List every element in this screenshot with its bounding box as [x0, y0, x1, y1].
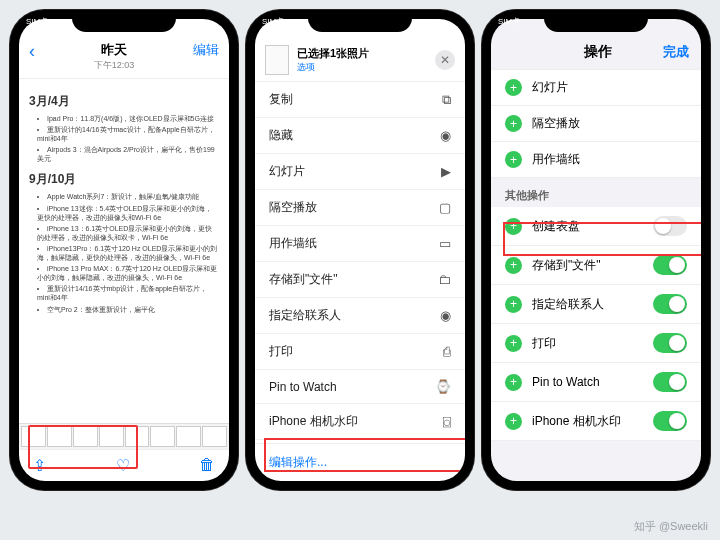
note-body: 3月/4月 Ipad Pro：11.8万(4/6版)，迷你OLED显示屏和5G连… — [19, 79, 229, 423]
toggle-switch[interactable] — [653, 411, 687, 431]
action-label: 打印 — [532, 335, 643, 352]
action-row[interactable]: +指定给联系人 — [491, 285, 701, 324]
action-row[interactable]: Pin to Watch⌚ — [255, 370, 465, 404]
action-label: Pin to Watch — [269, 380, 435, 394]
add-icon: + — [505, 151, 522, 168]
list-item: 重新设计14/16英寸mbp设计，配备apple自研芯片，mini和4年 — [37, 284, 219, 302]
action-icon: 🗀 — [438, 272, 451, 287]
list-item: Apple Watch系列7：新设计，触屏/血氧/健康功能 — [37, 192, 219, 201]
status-bar: SIM卡 — [26, 16, 48, 27]
favorite-icon[interactable]: ♡ — [116, 456, 130, 475]
trash-icon[interactable]: 🗑 — [199, 456, 215, 475]
list-item: iPhone 13 Pro MAX：6.7英寸120 Hz OLED显示屏和更小… — [37, 264, 219, 282]
add-icon: + — [505, 79, 522, 96]
action-label: Pin to Watch — [532, 375, 643, 389]
status-bar: SIM卡 — [498, 16, 520, 27]
toggle-switch[interactable] — [653, 294, 687, 314]
action-label: 打印 — [269, 343, 443, 360]
share-icon[interactable]: ⇪ — [33, 456, 46, 475]
toolbar: ⇪ ♡ 🗑 — [19, 449, 229, 481]
edit-button[interactable]: 编辑 — [193, 41, 219, 59]
action-icon: ◉ — [440, 308, 451, 323]
phone-1: SIM卡 ‹ 昨天 下午12:03 编辑 3月/4月 Ipad Pro：11.8… — [10, 10, 238, 490]
action-label: 用作墙纸 — [269, 235, 439, 252]
action-label: 隐藏 — [269, 127, 440, 144]
action-row[interactable]: 隔空播放▢ — [255, 190, 465, 226]
status-bar: SIM卡 — [262, 16, 284, 27]
action-row[interactable]: +Pin to Watch — [491, 363, 701, 402]
selected-count: 已选择1张照片 — [297, 46, 369, 61]
list-item: iPhone 13迷你：5.4英寸OLED显示屏和更小的刘海，更快的处理器，改进… — [37, 204, 219, 222]
notch — [308, 10, 412, 32]
action-icon: ▶ — [441, 164, 451, 179]
action-row[interactable]: 幻灯片▶ — [255, 154, 465, 190]
add-icon: + — [505, 218, 522, 235]
add-icon: + — [505, 257, 522, 274]
action-row[interactable]: 复制⧉ — [255, 82, 465, 118]
nav-title: 操作 — [533, 43, 663, 61]
phone-2: SIM卡 已选择1张照片 选项 ✕ 复制⧉隐藏◉幻灯片▶隔空播放▢用作墙纸▭存储… — [246, 10, 474, 490]
action-row[interactable]: 存储到"文件"🗀 — [255, 262, 465, 298]
list-item: 空气Pro 2：整体重新设计，扁平化 — [37, 305, 219, 314]
list-item: Airpods 3：混合Airpods 2/Pro设计，扁平化，售价199美元 — [37, 145, 219, 163]
action-icon: ⌼ — [443, 414, 451, 429]
action-label: 创建表盘 — [532, 218, 643, 235]
toggle-switch[interactable] — [653, 216, 687, 236]
action-label: 存储到"文件" — [532, 257, 643, 274]
close-icon[interactable]: ✕ — [435, 50, 455, 70]
action-row[interactable]: +iPhone 相机水印 — [491, 402, 701, 441]
action-row[interactable]: +打印 — [491, 324, 701, 363]
action-row[interactable]: 打印⎙ — [255, 334, 465, 370]
action-icon: ▭ — [439, 236, 451, 251]
preview-thumb — [265, 45, 289, 75]
add-icon: + — [505, 413, 522, 430]
action-label: 幻灯片 — [532, 79, 687, 96]
action-label: iPhone 相机水印 — [269, 413, 443, 430]
section-header: 其他操作 — [491, 178, 701, 207]
action-icon: ⧉ — [442, 92, 451, 108]
action-list: 复制⧉隐藏◉幻灯片▶隔空播放▢用作墙纸▭存储到"文件"🗀指定给联系人◉打印⎙Pi… — [255, 82, 465, 443]
add-icon: + — [505, 115, 522, 132]
action-label: 幻灯片 — [269, 163, 441, 180]
add-icon: + — [505, 296, 522, 313]
action-row[interactable]: +隔空播放 — [491, 106, 701, 142]
action-row[interactable]: 指定给联系人◉ — [255, 298, 465, 334]
nav-title: 昨天 — [35, 41, 193, 59]
action-row[interactable]: 隐藏◉ — [255, 118, 465, 154]
action-label: 隔空播放 — [269, 199, 439, 216]
action-icon: ▢ — [439, 200, 451, 215]
section-heading: 3月/4月 — [29, 93, 219, 110]
action-icon: ⌚ — [435, 379, 451, 394]
list-item: iPhone 13：6.1英寸OLED显示屏和更小的刘海，更快的处理器，改进的摄… — [37, 224, 219, 242]
edit-actions-button[interactable]: 编辑操作... — [255, 443, 465, 481]
options-link[interactable]: 选项 — [297, 61, 369, 74]
thumbnail-strip[interactable] — [19, 423, 229, 449]
add-icon: + — [505, 335, 522, 352]
toggle-switch[interactable] — [653, 372, 687, 392]
action-label: 复制 — [269, 91, 442, 108]
done-button[interactable]: 完成 — [663, 43, 689, 61]
action-label: 隔空播放 — [532, 115, 687, 132]
action-label: iPhone 相机水印 — [532, 413, 643, 430]
action-label: 存储到"文件" — [269, 271, 438, 288]
phone-3: SIM卡 操作 完成 +幻灯片+隔空播放+用作墙纸 其他操作 +创建表盘+存储到… — [482, 10, 710, 490]
notch — [72, 10, 176, 32]
list-item: 重新设计的14/16英寸mac设计，配备Apple自研芯片，mini和4年 — [37, 125, 219, 143]
action-row[interactable]: +创建表盘 — [491, 207, 701, 246]
action-row[interactable]: +存储到"文件" — [491, 246, 701, 285]
action-label: 指定给联系人 — [269, 307, 440, 324]
toggle-switch[interactable] — [653, 333, 687, 353]
add-icon: + — [505, 374, 522, 391]
section-heading: 9月/10月 — [29, 171, 219, 188]
list-item: iPhone13Pro：6.1英寸120 Hz OLED显示屏和更小的刘海，触屏… — [37, 244, 219, 262]
action-row[interactable]: +幻灯片 — [491, 70, 701, 106]
toggle-switch[interactable] — [653, 255, 687, 275]
action-icon: ⎙ — [443, 344, 451, 359]
nav-subtitle: 下午12:03 — [35, 59, 193, 72]
action-icon: ◉ — [440, 128, 451, 143]
action-row[interactable]: iPhone 相机水印⌼ — [255, 404, 465, 440]
action-row[interactable]: 用作墙纸▭ — [255, 226, 465, 262]
watermark: 知乎 @Sweekli — [634, 519, 708, 534]
action-label: 用作墙纸 — [532, 151, 687, 168]
action-row[interactable]: +用作墙纸 — [491, 142, 701, 178]
